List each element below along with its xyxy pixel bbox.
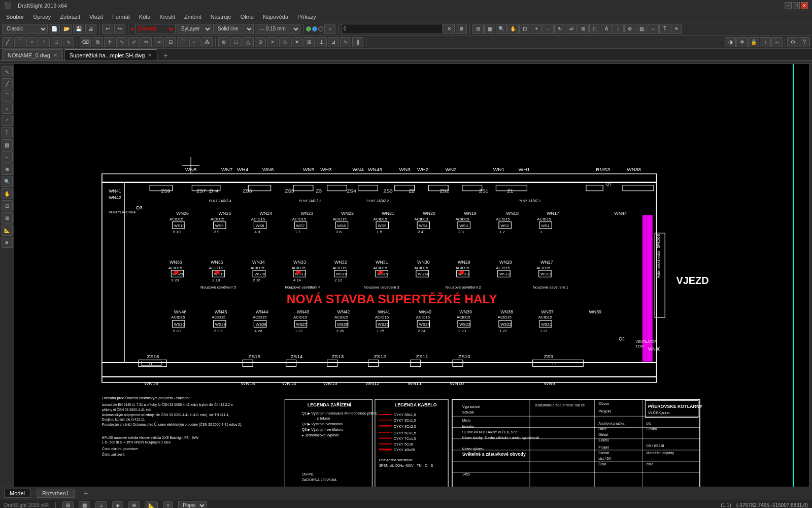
offset-btn[interactable]: ⊡ bbox=[165, 37, 176, 47]
rect-btn[interactable]: □ bbox=[51, 37, 62, 47]
menu-napoveda[interactable]: Nápověda bbox=[259, 13, 292, 21]
dynin-status-btn[interactable]: 📐 bbox=[145, 501, 158, 508]
add-tab-btn[interactable]: + bbox=[160, 50, 171, 60]
style-dropdown[interactable]: Classic bbox=[2, 24, 48, 34]
osnap-btn[interactable]: ⊕ bbox=[218, 37, 229, 47]
menu-kota[interactable]: Kóta bbox=[135, 13, 155, 21]
hatch-btn[interactable]: ▨ bbox=[636, 24, 647, 34]
polyline-btn[interactable]: ⌒ bbox=[14, 37, 25, 47]
layout-tab[interactable]: Rozvrhen1 bbox=[37, 489, 75, 498]
snap-on-btn[interactable]: ⊕ bbox=[2, 164, 13, 175]
linewidth-dropdown[interactable]: --- 0.15 mm bbox=[255, 24, 300, 34]
arc-btn[interactable]: ◜ bbox=[39, 37, 50, 47]
model-tab[interactable]: Model bbox=[4, 489, 30, 498]
intersect-btn[interactable]: ✕ bbox=[291, 37, 302, 47]
block-btn[interactable]: □ bbox=[589, 24, 600, 34]
fillet-btn[interactable]: ⌒ bbox=[177, 37, 188, 47]
nearest-btn[interactable]: ∿ bbox=[340, 37, 351, 47]
draw-hatch-btn[interactable]: ▨ bbox=[2, 139, 13, 150]
add-layout-btn[interactable]: + bbox=[81, 488, 91, 498]
draw-poly-btn[interactable]: ⌒ bbox=[2, 90, 13, 102]
lw-status-btn[interactable]: ≡ bbox=[163, 501, 173, 508]
new-file-btn[interactable]: 📄 bbox=[49, 24, 60, 34]
array-btn[interactable]: ⊞ bbox=[578, 24, 589, 34]
perpendicular-btn[interactable]: ⊥ bbox=[316, 37, 327, 47]
minimize-button[interactable]: ─ bbox=[785, 2, 792, 9]
tab-noname[interactable]: NONAME_0.dwg ✕ bbox=[2, 49, 63, 60]
redo-btn[interactable]: ↪ bbox=[114, 24, 125, 34]
menu-zobrazit[interactable]: Zobrazit bbox=[56, 13, 84, 21]
undo-btn[interactable]: ↩ bbox=[102, 24, 113, 34]
layer-name-area[interactable]: 0 bbox=[341, 24, 443, 34]
maximize-button[interactable]: □ bbox=[793, 2, 800, 9]
measure-btn[interactable]: 📐 bbox=[2, 225, 13, 236]
chamfer-btn[interactable]: ⌐ bbox=[189, 37, 200, 47]
draw-dim-btn[interactable]: ↔ bbox=[2, 151, 13, 163]
explode-btn[interactable]: ⁂ bbox=[201, 37, 213, 47]
color-dropdown[interactable]: Červená bbox=[135, 24, 176, 34]
menu-upravy[interactable]: Úpravy bbox=[29, 13, 55, 21]
menu-soubor[interactable]: Soubor bbox=[2, 13, 28, 21]
insertion-btn[interactable]: ⊞ bbox=[303, 37, 315, 47]
insert-btn[interactable]: ↓ bbox=[613, 24, 624, 34]
tangent-btn[interactable]: ⊿ bbox=[328, 37, 339, 47]
zoom-btn[interactable]: 🔍 bbox=[496, 24, 507, 34]
layer-frz-btn[interactable]: ❄ bbox=[736, 37, 748, 47]
open-btn[interactable]: 📂 bbox=[61, 24, 72, 34]
grid-status-btn[interactable]: ▦ bbox=[79, 501, 90, 508]
pan-view-btn[interactable]: ✋ bbox=[2, 188, 13, 199]
mirror-btn[interactable]: ⇌ bbox=[566, 24, 577, 34]
tb-btn1[interactable]: ✕ bbox=[444, 24, 455, 34]
polar-status-btn[interactable]: ◈ bbox=[112, 501, 123, 508]
grid-btn[interactable]: ▦ bbox=[484, 24, 495, 34]
draw-line-btn[interactable]: ╱ bbox=[2, 78, 13, 89]
draw-arc-btn[interactable]: ◜ bbox=[2, 115, 13, 126]
menu-format[interactable]: Formát bbox=[108, 13, 134, 21]
snap-btn[interactable]: ⊞ bbox=[472, 24, 484, 34]
tab-supertezka[interactable]: Supertěžká ha...mplet SH.dwg ✕ bbox=[64, 49, 158, 60]
linetype-dropdown[interactable]: Solid line bbox=[213, 24, 254, 34]
menu-kreslit[interactable]: Kreslit bbox=[155, 13, 179, 21]
endpoint-btn[interactable]: □ bbox=[230, 37, 242, 47]
layer-walk-btn[interactable]: ↕ bbox=[760, 37, 771, 47]
draw-circle-btn[interactable]: ○ bbox=[2, 103, 13, 114]
pan-btn[interactable]: ✋ bbox=[507, 24, 519, 34]
track-status-btn[interactable]: ⊕ bbox=[128, 501, 140, 508]
circle-btn[interactable]: ○ bbox=[324, 24, 335, 34]
menu-vlozit[interactable]: Vložit bbox=[85, 13, 107, 21]
copy-btn[interactable]: ⧉ bbox=[92, 37, 103, 47]
select-btn[interactable]: ↖ bbox=[2, 66, 13, 77]
config-btn[interactable]: ⚙ bbox=[787, 37, 798, 47]
line-btn[interactable]: ╱ bbox=[2, 37, 13, 47]
menu-prikazy[interactable]: Příkazy bbox=[293, 13, 320, 21]
save-btn[interactable]: 💾 bbox=[73, 24, 84, 34]
properties-btn-v[interactable]: ≡ bbox=[2, 237, 13, 248]
draw-text-btn[interactable]: T bbox=[2, 127, 13, 138]
visual-style-dropdown[interactable]: Popis bbox=[178, 501, 207, 509]
print-btn[interactable]: 🖨 bbox=[85, 24, 96, 34]
tab-supertezka-close[interactable]: ✕ bbox=[148, 53, 152, 58]
extend-btn[interactable]: ⇥ bbox=[153, 37, 164, 47]
close-button[interactable]: ✕ bbox=[801, 2, 808, 9]
xref-attach-btn[interactable]: ⊞ bbox=[2, 212, 13, 224]
menu-nastroje[interactable]: Nástroje bbox=[207, 13, 235, 21]
props-btn[interactable]: ≡ bbox=[671, 24, 682, 34]
node-btn[interactable]: × bbox=[267, 37, 278, 47]
block-insert-btn[interactable]: ⊡ bbox=[2, 200, 13, 211]
tb-btn2[interactable]: ⚙ bbox=[456, 24, 467, 34]
move-btn[interactable]: ✛ bbox=[104, 37, 115, 47]
parallel-btn[interactable]: ∥ bbox=[352, 37, 363, 47]
layer-match-btn[interactable]: ↔ bbox=[771, 37, 783, 47]
layer-iso-btn[interactable]: ◑ bbox=[725, 37, 736, 47]
menu-zmenit[interactable]: Změnit bbox=[180, 13, 206, 21]
tab-noname-close[interactable]: ✕ bbox=[53, 53, 57, 58]
snap-status-btn[interactable]: ⊞ bbox=[62, 501, 74, 508]
zoom-win-btn[interactable]: 🔍 bbox=[2, 176, 13, 187]
canvas-area[interactable]: WN8 WN7 WH4 WN6 WN5 WH3 WN4 WN43 WN3 WH2… bbox=[14, 64, 809, 487]
layer-dropdown[interactable]: ByLayer bbox=[177, 24, 212, 34]
menu-okno[interactable]: Okno bbox=[236, 13, 258, 21]
zoomin-btn[interactable]: + bbox=[531, 24, 542, 34]
circle-draw-btn[interactable]: ○ bbox=[26, 37, 38, 47]
spline-btn[interactable]: ∿ bbox=[63, 37, 74, 47]
zoomout-btn[interactable]: - bbox=[543, 24, 554, 34]
